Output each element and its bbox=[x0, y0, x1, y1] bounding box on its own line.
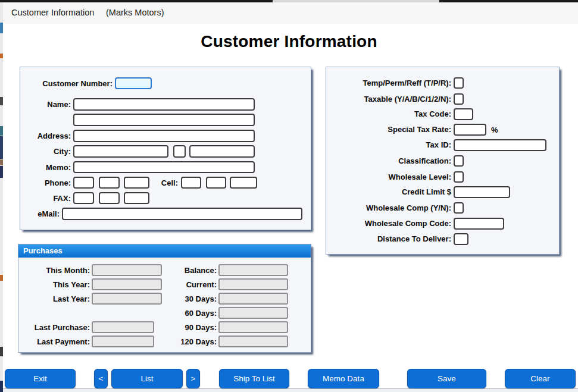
next-record-button[interactable]: > bbox=[186, 369, 200, 388]
address-label: Address: bbox=[20, 131, 71, 140]
days-120-field bbox=[218, 335, 288, 347]
tax-settings-panel: Temp/Perm/Reff (T/P/R): Taxable (Y/A/B/C… bbox=[326, 67, 560, 255]
window-bottom-edge bbox=[3, 388, 578, 392]
wholesale-level-label: Wholesale Level: bbox=[326, 173, 451, 181]
email-input[interactable] bbox=[62, 208, 302, 220]
credit-limit-label: Credit Limit $ bbox=[326, 187, 451, 196]
special-tax-rate-input[interactable] bbox=[454, 124, 486, 136]
background-side-strip bbox=[0, 2, 3, 392]
days-120-label: 120 Days: bbox=[114, 337, 217, 346]
customer-panel: Customer Number: Name: Address: City: Me… bbox=[20, 67, 311, 230]
days-60-label: 60 Days: bbox=[114, 309, 217, 318]
cell-area-input[interactable] bbox=[181, 177, 201, 189]
customer-number-label: Customer Number: bbox=[20, 79, 113, 88]
wholesale-comp-code-label: Wholesale Comp Code: bbox=[326, 219, 451, 228]
cell-label: Cell: bbox=[139, 178, 178, 187]
balance-label: Balance: bbox=[114, 266, 217, 275]
clear-button[interactable]: Clear bbox=[505, 369, 576, 388]
this-month-label: This Month: bbox=[18, 266, 90, 275]
name2-input[interactable] bbox=[73, 114, 255, 126]
side-strip-segment bbox=[0, 275, 3, 281]
title-bar: Customer Information (Marks Motors) bbox=[3, 2, 578, 24]
fax-area-input[interactable] bbox=[73, 192, 94, 204]
fax-line-input[interactable] bbox=[124, 192, 149, 204]
days-60-field bbox=[218, 307, 288, 319]
window-subtitle: (Marks Motors) bbox=[106, 8, 164, 17]
special-tax-rate-label: Special Tax Rate: bbox=[326, 125, 451, 134]
purchases-header: Purchases bbox=[18, 244, 311, 258]
taxable-input[interactable] bbox=[454, 93, 464, 105]
temp-perm-reff-label: Temp/Perm/Reff (T/P/R): bbox=[326, 79, 451, 87]
tax-code-input[interactable] bbox=[454, 108, 473, 120]
phone-label: Phone: bbox=[20, 178, 71, 187]
memo-label: Memo: bbox=[20, 163, 71, 172]
page-title: Customer Information bbox=[0, 32, 578, 51]
side-strip-segment bbox=[0, 159, 3, 165]
phone-area-input[interactable] bbox=[73, 177, 94, 189]
temp-perm-reff-input[interactable] bbox=[454, 77, 464, 89]
email-label: eMail: bbox=[20, 209, 60, 218]
wholesale-comp-label: Wholesale Comp (Y/N): bbox=[326, 203, 451, 212]
address-input[interactable] bbox=[73, 130, 255, 142]
exit-button[interactable]: Exit bbox=[5, 369, 76, 388]
list-button[interactable]: List bbox=[111, 369, 183, 388]
fax-label: FAX: bbox=[20, 194, 71, 203]
last-purchase-label: Last Purchase: bbox=[18, 323, 90, 332]
cell-line-input[interactable] bbox=[230, 177, 257, 189]
percent-sign: % bbox=[491, 126, 498, 134]
current-label: Current: bbox=[114, 280, 217, 289]
city-label: City: bbox=[20, 147, 71, 156]
fax-prefix-input[interactable] bbox=[99, 192, 120, 204]
credit-limit-input[interactable] bbox=[454, 186, 510, 198]
distance-to-deliver-label: Distance To Deliver: bbox=[326, 234, 451, 243]
classification-label: Classification: bbox=[326, 156, 451, 165]
tax-code-label: Tax Code: bbox=[326, 109, 451, 118]
days-90-field bbox=[218, 321, 288, 333]
purchases-panel: Purchases This Month: Balance: This Year… bbox=[18, 244, 311, 353]
customer-number-input[interactable] bbox=[115, 77, 152, 89]
taxable-label: Taxable (Y/A/B/C/1/2/N): bbox=[326, 95, 451, 104]
name-input[interactable] bbox=[73, 98, 255, 111]
memo-input[interactable] bbox=[73, 161, 255, 173]
wholesale-comp-code-input[interactable] bbox=[454, 218, 504, 230]
days-30-label: 30 Days: bbox=[114, 294, 217, 303]
current-field bbox=[218, 278, 288, 290]
memo-data-button[interactable]: Memo Data bbox=[308, 369, 379, 388]
days-90-label: 90 Days: bbox=[114, 323, 217, 332]
tax-id-label: Tax ID: bbox=[326, 140, 451, 149]
app-window: Customer Information (Marks Motors) Cust… bbox=[0, 0, 578, 392]
side-strip-segment bbox=[0, 126, 3, 136]
last-payment-label: Last Payment: bbox=[18, 337, 90, 346]
save-button[interactable]: Save bbox=[407, 369, 486, 388]
distance-to-deliver-input[interactable] bbox=[454, 233, 468, 245]
cell-prefix-input[interactable] bbox=[206, 177, 226, 189]
phone-prefix-input[interactable] bbox=[99, 177, 120, 189]
last-year-label: Last Year: bbox=[18, 294, 90, 303]
side-strip-segment bbox=[0, 97, 3, 105]
ship-to-list-button[interactable]: Ship To List bbox=[219, 369, 289, 388]
side-strip-segment bbox=[0, 166, 3, 178]
side-strip-segment bbox=[0, 347, 3, 356]
wholesale-comp-input[interactable] bbox=[454, 202, 464, 214]
tax-id-input[interactable] bbox=[454, 139, 546, 151]
wholesale-level-input[interactable] bbox=[454, 171, 464, 183]
previous-record-button[interactable]: < bbox=[94, 369, 108, 388]
window-title: Customer Information bbox=[11, 8, 94, 17]
classification-input[interactable] bbox=[454, 155, 464, 167]
days-30-field bbox=[218, 293, 288, 305]
balance-field bbox=[218, 264, 288, 276]
state-input[interactable] bbox=[173, 145, 186, 158]
zip-input[interactable] bbox=[189, 145, 255, 158]
name-label: Name: bbox=[20, 100, 71, 109]
this-year-label: This Year: bbox=[18, 280, 90, 289]
side-strip-segment bbox=[0, 136, 3, 159]
city-input[interactable] bbox=[73, 145, 168, 158]
side-strip-segment bbox=[0, 54, 3, 58]
